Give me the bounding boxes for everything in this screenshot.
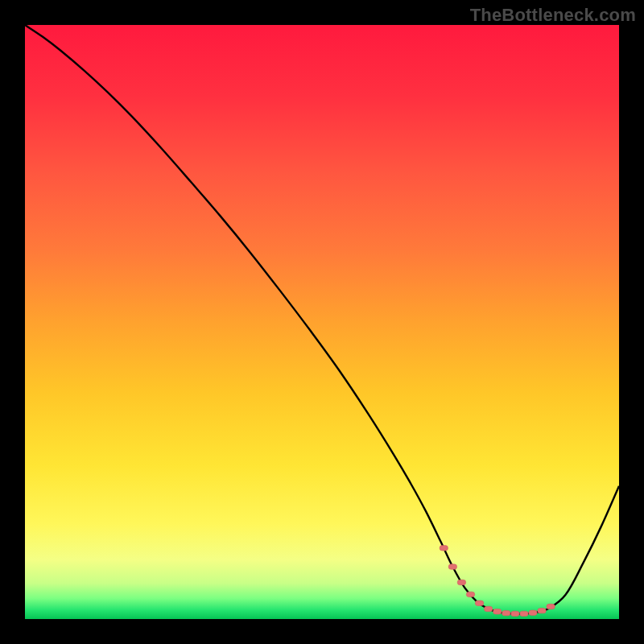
bottom-marker — [529, 610, 537, 615]
bottom-marker — [484, 606, 492, 611]
bottom-marker — [511, 611, 519, 616]
gradient-background — [25, 25, 619, 619]
watermark-text: TheBottleneck.com — [470, 5, 636, 26]
bottom-marker — [502, 610, 510, 615]
plot-area — [25, 25, 619, 619]
bottom-marker — [466, 592, 474, 597]
chart-svg — [25, 25, 619, 619]
bottom-marker — [538, 608, 546, 613]
bottom-marker — [440, 546, 448, 551]
bottom-marker — [493, 609, 502, 614]
bottom-marker — [520, 611, 528, 616]
bottom-marker — [448, 564, 456, 569]
bottom-marker — [457, 580, 465, 584]
bottom-marker — [547, 604, 555, 609]
chart-frame: TheBottleneck.com — [0, 0, 644, 644]
bottom-marker — [475, 601, 483, 605]
